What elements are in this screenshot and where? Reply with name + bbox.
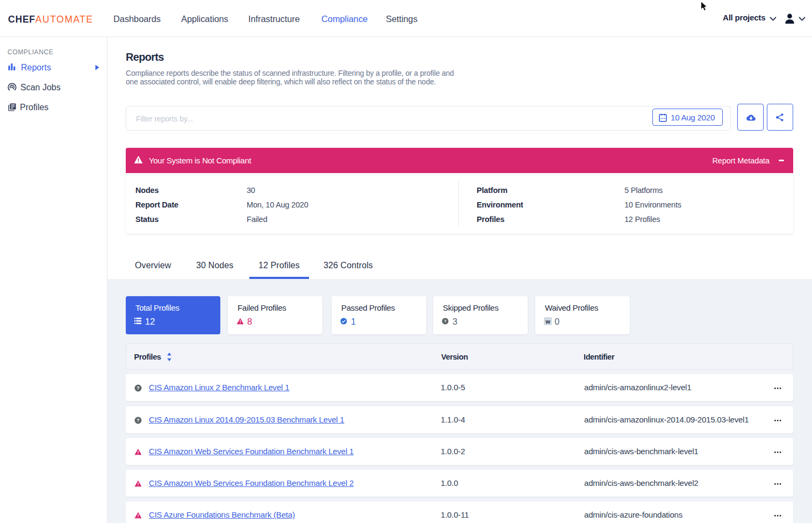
svg-text:?: ? [136, 418, 139, 423]
svg-text:?: ? [136, 385, 139, 391]
svg-text:?: ? [444, 319, 447, 324]
svg-text:w: w [545, 318, 550, 325]
